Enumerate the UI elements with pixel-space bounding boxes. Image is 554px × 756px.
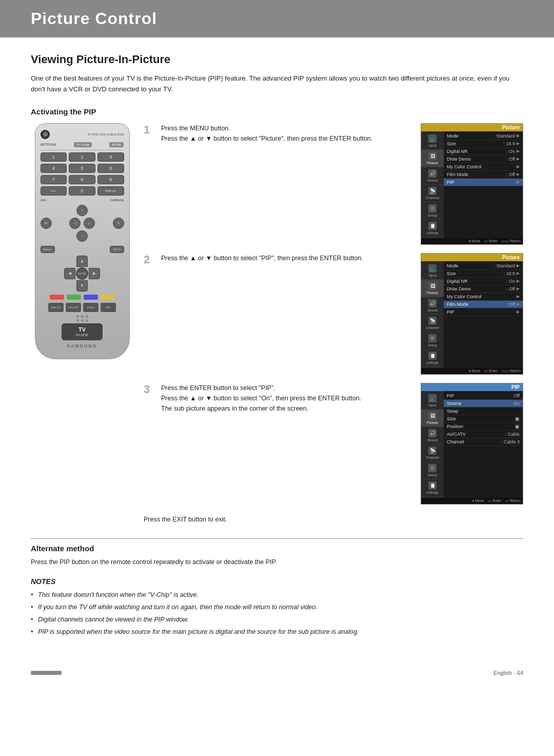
footer2-move: ♦ Move: [469, 369, 481, 373]
dots-row: [41, 315, 124, 318]
btn-1[interactable]: 1: [41, 152, 67, 162]
menu-2-header: Picture: [421, 254, 523, 261]
separator: [41, 150, 124, 150]
enter-btn[interactable]: ENTER: [76, 267, 88, 280]
sidebar3-input[interactable]: 📺 Input: [421, 392, 444, 410]
sidebar2-channel[interactable]: 📡 Channel: [421, 315, 444, 332]
tv-guide-logo: TV GUIDE: [62, 323, 103, 340]
tv-menu-3: PIP 📺 Input 🖼 Picture: [421, 383, 523, 505]
sidebar3-sound[interactable]: 🔊 Sound: [421, 427, 444, 444]
sidebar-input[interactable]: 📺 Input: [421, 132, 444, 150]
sidebar2-picture[interactable]: 🖼 Picture: [421, 280, 444, 297]
sidebar2-setup[interactable]: ⚙ Setup: [421, 332, 444, 350]
btn-7[interactable]: 7: [41, 175, 67, 184]
chpage-label: CH/PAGE: [110, 199, 124, 202]
sidebar-listings[interactable]: 📋 Listings: [421, 220, 444, 237]
mode-btn[interactable]: MODE: [109, 142, 124, 147]
footer3-enter: ▭ Enter: [488, 499, 501, 503]
sidebar-setup[interactable]: ⚙ Setup: [421, 202, 444, 220]
step-1-number: 1: [144, 124, 153, 135]
exit-text: Press the EXIT button to exit.: [144, 516, 523, 523]
source-btn[interactable]: S: [113, 218, 124, 229]
footer3-move: ♦ Move: [472, 499, 484, 503]
dot4: [76, 319, 79, 322]
sidebar3-picture[interactable]: 🖼 Picture: [421, 410, 444, 427]
dpad-left[interactable]: ◀: [64, 268, 75, 279]
chlist-btn[interactable]: CH.LIST: [66, 303, 81, 312]
green-btn[interactable]: [67, 295, 81, 300]
btn-8[interactable]: 8: [69, 175, 95, 184]
sidebar-listings-label: Listings: [426, 231, 439, 235]
listings2-icon: 📋: [428, 352, 437, 360]
btn-5[interactable]: 5: [69, 164, 95, 173]
yellow-btn[interactable]: [101, 295, 115, 300]
menu2-row-mode: Mode: Standard ▶: [444, 262, 523, 270]
menu-row-dnie: DNIe Demo: Off ▶: [444, 156, 523, 163]
pip-btn[interactable]: PIP: [101, 303, 116, 312]
btn-3[interactable]: 3: [97, 152, 124, 162]
menu3-row-channel: Channel: Cable 3: [444, 438, 523, 446]
btn-4[interactable]: 4: [41, 164, 67, 173]
activating-pip-title: Activating the PIP: [31, 107, 523, 116]
sidebar-channel[interactable]: 📡 Channel: [421, 185, 444, 202]
return-btn[interactable]: Return: [41, 246, 55, 253]
steps-menus: 1 Press the MENU button. Press the ▲ or …: [144, 123, 523, 523]
sound2-icon: 🔊: [428, 299, 437, 307]
dpad-right[interactable]: ▶: [89, 268, 100, 279]
sidebar2-setup-label: Setup: [428, 343, 437, 347]
dnet-btn[interactable]: D-Net: [83, 303, 98, 312]
btn-0[interactable]: 0: [69, 186, 95, 196]
btn-prech[interactable]: PRE-Ch: [97, 186, 124, 196]
sidebar3-listings-label: Listings: [426, 491, 439, 494]
page-title: Picture Control: [31, 9, 523, 28]
picture3-icon: 🖼: [428, 412, 437, 420]
tv-text: TV: [67, 326, 97, 333]
menu-row-size: Size: 16:9 ▶: [444, 140, 523, 148]
sidebar2-sound[interactable]: 🔊 Sound: [421, 297, 444, 315]
sidebar3-channel[interactable]: 📡 Channel: [421, 444, 444, 462]
blue-btn[interactable]: [84, 295, 98, 300]
step-2-row: 2 Press the ▲ or ▼ button to select "PIP…: [144, 253, 523, 375]
mute-btn[interactable]: M: [41, 218, 52, 229]
sidebar-picture[interactable]: 🖼 Picture: [421, 150, 444, 167]
setup2-icon: ⚙: [428, 334, 437, 342]
dpad-up[interactable]: ▲: [76, 256, 88, 267]
tv-guide-btn[interactable]: TV Guide: [74, 142, 92, 147]
menu-2-main: Mode: Standard ▶ Size: 16:9 ▶ Digital NR…: [444, 261, 523, 368]
sidebar3-listings[interactable]: 📋 Listings: [421, 479, 444, 497]
ch-up-btn[interactable]: ▷: [84, 218, 95, 229]
favch-btn[interactable]: FAV.CH: [48, 303, 64, 312]
dot2: [81, 315, 84, 318]
footer2-enter: ▭ Enter: [484, 369, 498, 373]
red-btn[interactable]: [50, 295, 64, 300]
sidebar3-setup[interactable]: ⚙ Setup: [421, 462, 444, 479]
listings3-icon: 📋: [428, 481, 437, 490]
channel3-icon: 📡: [428, 447, 437, 455]
sidebar3-setup-label: Setup: [428, 473, 437, 477]
info-btn[interactable]: INFO: [110, 246, 124, 253]
sidebar2-listings[interactable]: 📋 Listings: [421, 350, 444, 367]
sidebar-sound[interactable]: 🔊 Sound: [421, 167, 444, 185]
channel2-icon: 📡: [428, 317, 437, 325]
btn-6[interactable]: 6: [97, 164, 124, 173]
picture-icon: 🖼: [428, 152, 437, 160]
sidebar2-input[interactable]: 📺 Input: [421, 262, 444, 280]
vol-up-btn[interactable]: +: [76, 205, 88, 216]
btn-9[interactable]: 9: [97, 175, 124, 184]
sidebar2-picture-label: Picture: [427, 291, 438, 295]
power-button[interactable]: [41, 130, 50, 139]
sidebar3-channel-label: Channel: [426, 456, 439, 459]
menu-3-footer: ♦ Move ▭ Enter ▭ Return: [421, 498, 523, 504]
btn-2[interactable]: 2: [69, 152, 95, 162]
menu3-row-size: Size▣: [444, 415, 523, 423]
menu3-row-position: Position▣: [444, 423, 523, 431]
vol-down-btn[interactable]: −: [76, 230, 88, 242]
sidebar3-picture-label: Picture: [427, 421, 438, 424]
dpad-down[interactable]: ▼: [76, 280, 88, 292]
ch-down-btn[interactable]: ◁: [69, 218, 81, 229]
info-return-row: Return INFO: [41, 246, 124, 253]
menu-3-sidebar: 📺 Input 🖼 Picture 🔊 Sound: [421, 391, 444, 498]
btn-dash[interactable]: —: [41, 186, 67, 196]
footer-return: ▭▭ Return: [502, 239, 521, 243]
sidebar2-listings-label: Listings: [426, 361, 439, 364]
